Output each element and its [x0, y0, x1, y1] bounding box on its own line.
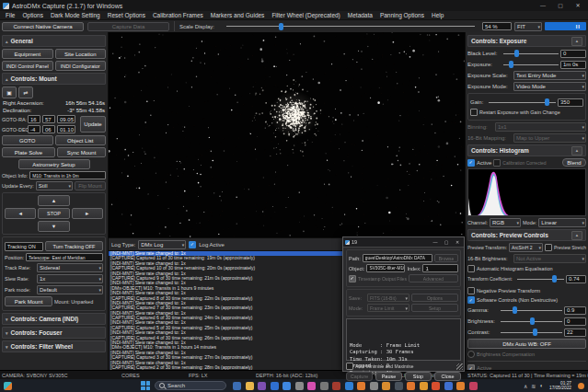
taskbar-app-icon[interactable]	[295, 382, 304, 390]
taskbar-app-icon[interactable]	[320, 382, 329, 390]
goto-ra-seconds-field[interactable]: 09.05	[57, 115, 75, 123]
equipment-button[interactable]: Equipment	[2, 49, 53, 59]
collapsed-section-header[interactable]: ▾ Controls: Filter Wheel	[2, 340, 106, 352]
taskbar-app-icon[interactable]	[246, 382, 254, 390]
slew-down-button[interactable]: ▼	[38, 221, 69, 232]
menu-item[interactable]: Reset Options	[104, 12, 149, 18]
taskbar-app-icon[interactable]	[271, 382, 279, 390]
windows-start-icon[interactable]	[141, 381, 150, 390]
collapsed-section-header[interactable]: ▾ Controls: Camera (INDI)	[2, 313, 106, 325]
dmx-auto-wb-button[interactable]: DMx Auto WB: OFF	[467, 339, 586, 349]
taskbar-app-icon[interactable]	[233, 382, 241, 390]
pause-button[interactable]: Pause	[375, 372, 402, 381]
negative-transform-checkbox[interactable]	[467, 287, 475, 294]
close-icon[interactable]: ✕	[571, 0, 585, 11]
gain-slider[interactable]	[489, 98, 556, 107]
menu-item[interactable]: Dark Mode Setting	[47, 12, 104, 18]
stop-button[interactable]: Stop	[405, 372, 432, 381]
slider-thumb[interactable]	[513, 306, 517, 314]
preview-stretch-checkbox[interactable]	[545, 244, 552, 251]
slider-thumb[interactable]	[552, 275, 557, 282]
auto-minimise-checkbox[interactable]	[346, 363, 353, 370]
close-button[interactable]: Close	[434, 372, 461, 381]
exposure-value[interactable]: 1m 0s	[560, 61, 586, 69]
taskbar-app-icon[interactable]	[282, 382, 291, 390]
mount-sync-icon[interactable]: ⇄	[18, 86, 33, 98]
taskbar-app-icon[interactable]	[258, 382, 266, 390]
menu-item[interactable]: Metadata	[344, 12, 376, 18]
dialog-title-bar[interactable]: 19 — ▢ ✕	[343, 237, 464, 248]
transform-coeff-value[interactable]: 0.74	[566, 275, 586, 283]
goto-dec-seconds-field[interactable]: 01.10	[57, 125, 75, 133]
goto-ra-hours-field[interactable]: 16	[28, 115, 40, 123]
object-list-button[interactable]: Object List	[55, 135, 107, 145]
plate-solve-button[interactable]: Plate Solve	[2, 147, 55, 157]
slider-thumb[interactable]	[514, 50, 519, 57]
goto-button[interactable]: GOTO	[2, 135, 53, 145]
section-mount-header[interactable]: ▴ Controls: Mount	[2, 73, 106, 85]
black-level-value[interactable]: 0	[560, 50, 586, 58]
site-location-button[interactable]: Site Location	[55, 49, 107, 59]
sync-mount-button[interactable]: Sync Mount	[57, 147, 106, 157]
update-button[interactable]: Update	[80, 116, 106, 133]
auto-histogram-checkbox[interactable]	[467, 265, 475, 272]
minimize-icon[interactable]: —	[536, 0, 550, 11]
collapsed-section-header[interactable]: ▾ Controls: Focuser	[2, 327, 106, 339]
fit-select[interactable]: FIT	[514, 22, 542, 31]
contrast-value[interactable]: 22	[564, 329, 586, 337]
astrometry-setup-button[interactable]: Astrometry Setup	[18, 159, 90, 169]
gamma-value[interactable]: 0.9	[564, 306, 586, 315]
park-mode-select[interactable]: Default	[37, 285, 103, 294]
transform-coeff-slider[interactable]	[517, 274, 564, 283]
taskbar-app-icon[interactable]	[469, 382, 478, 390]
scale-value-box[interactable]: 54 %	[482, 22, 512, 30]
blend-button[interactable]: Blend	[562, 158, 586, 167]
minimize-icon[interactable]: —	[431, 239, 440, 245]
slider-thumb[interactable]	[533, 329, 537, 336]
taskbar-search[interactable]: Search	[155, 381, 226, 390]
collapse-icon[interactable]: ▴	[571, 231, 582, 240]
section-general-header[interactable]: ▴ General	[2, 35, 106, 47]
maximize-icon[interactable]: ▢	[442, 239, 451, 245]
maximize-icon[interactable]: ▢	[553, 0, 568, 11]
restart-exposure-checkbox[interactable]	[470, 109, 478, 116]
index-field[interactable]: 1	[422, 264, 458, 272]
indi-control-panel-button[interactable]: INDI Control Panel	[2, 61, 53, 71]
section-preview-header[interactable]: Controls: Preview Controls ▴	[467, 229, 586, 241]
slew-rate-select[interactable]: 1x	[37, 274, 103, 283]
menu-item[interactable]: Markers and Guides	[207, 12, 269, 18]
slider-thumb[interactable]	[279, 23, 283, 30]
brightness-slider[interactable]	[501, 317, 562, 326]
preview-transform-select[interactable]: ArcSinH 2	[509, 243, 543, 252]
channel-select[interactable]: RGB	[490, 218, 521, 227]
path-field[interactable]: gues\Desktop\AstroDMx DATA	[363, 254, 432, 262]
image-preview-viewport[interactable]	[109, 32, 465, 237]
mount-camera-icon[interactable]: ▣	[2, 86, 17, 98]
hist-mode-select[interactable]: Linear	[538, 218, 586, 227]
park-mount-button[interactable]: Park Mount	[5, 296, 52, 306]
goto-dec-degrees-field[interactable]: -4	[28, 125, 40, 133]
collapse-icon[interactable]: ▴	[571, 146, 582, 156]
slider-thumb[interactable]	[530, 317, 535, 325]
taskbar-clock[interactable]: 01:27 17/05/2022	[549, 381, 571, 391]
goto-dec-minutes-field[interactable]: 06	[42, 125, 55, 133]
slew-up-button[interactable]: ▲	[38, 195, 69, 206]
section-histogram-header[interactable]: Controls: Histogram ▴	[467, 144, 586, 156]
black-level-slider[interactable]	[503, 49, 559, 58]
section-exposure-header[interactable]: Controls: Exposure ▴	[467, 35, 586, 47]
gain-value[interactable]: 350	[558, 98, 583, 107]
gamma-slider[interactable]	[501, 306, 562, 315]
software-controls-checkbox[interactable]	[467, 296, 475, 304]
menu-item[interactable]: Calibration Frames	[149, 12, 207, 18]
object-field[interactable]: SV305C-filter-M10	[366, 264, 405, 272]
exposure-mode-select[interactable]: Video Mode	[513, 82, 586, 91]
indi-configurator-button[interactable]: INDI Configurator	[55, 61, 107, 71]
brightness-value[interactable]: 0	[564, 317, 586, 326]
turn-tracking-off-button[interactable]: Turn Tracking OFF	[45, 241, 103, 251]
contrast-slider[interactable]	[501, 328, 562, 337]
menu-item[interactable]: Filter Wheel (Deprecated)	[268, 12, 343, 18]
notification-icon[interactable]	[578, 383, 584, 389]
slew-left-button[interactable]: ◄	[5, 208, 36, 219]
tray-chevron-icon[interactable]: ∧	[524, 383, 527, 389]
log-active-checkbox[interactable]	[189, 241, 196, 248]
